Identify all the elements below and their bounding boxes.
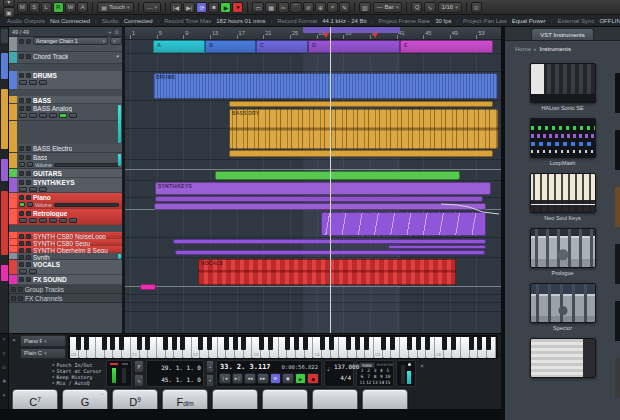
track-control-button[interactable] — [19, 269, 27, 274]
stop-button[interactable]: ■ — [208, 2, 219, 13]
track-solo-button[interactable] — [26, 180, 31, 185]
marker-button-12[interactable]: 12 — [366, 380, 371, 385]
wave-quantize-icon[interactable]: ∿ — [424, 2, 435, 13]
cycle-region-ruler[interactable] — [303, 27, 400, 33]
clip-bar[interactable] — [154, 203, 486, 210]
track-solo-button[interactable] — [26, 234, 31, 239]
zoom-menu-button[interactable]: ⊙ — [471, 2, 482, 13]
arranger-chain-dropdown[interactable]: Arranger Chain 1▾ — [33, 37, 108, 45]
marker-button-5[interactable]: 5 — [386, 368, 389, 373]
marker-button-7[interactable]: 7 — [367, 374, 370, 379]
automation-w-button[interactable]: W — [65, 2, 77, 13]
track-mute-button[interactable] — [19, 171, 24, 176]
black-key[interactable] — [425, 337, 430, 350]
track-mute-button[interactable] — [19, 234, 24, 239]
track-row-bass[interactable]: BASS — [9, 96, 122, 104]
edit-pencil-button[interactable]: ✎ — [134, 374, 144, 387]
black-key[interactable] — [224, 337, 229, 350]
split-tool[interactable]: ✂ — [278, 2, 289, 13]
object-selection-tool[interactable]: ▭ — [252, 2, 264, 13]
left-locator-value[interactable]: 29. 1. 1. 0 — [149, 364, 201, 371]
track-solo-button[interactable] — [26, 73, 31, 78]
track-mute-button[interactable] — [19, 248, 24, 253]
track-row-arranger-chain-1[interactable]: Arranger Chain 1▾▾ — [9, 37, 122, 52]
clip-bass-dry[interactable]: BASS DRY — [229, 109, 498, 149]
clip-vocals[interactable]: VOCALS — [198, 259, 456, 285]
locator-step-up-button[interactable]: ▴ — [206, 360, 214, 373]
automation-mode-dropdown[interactable]: ▤ Touch▾ — [97, 2, 133, 13]
black-key[interactable] — [416, 337, 421, 350]
glue-tool[interactable]: ⌒ — [290, 2, 302, 13]
black-key[interactable] — [346, 337, 351, 350]
locator-step-down-button[interactable]: ▾ — [206, 374, 214, 387]
black-key[interactable] — [320, 337, 325, 350]
record-enable-button[interactable] — [27, 202, 33, 207]
marker-button-14[interactable]: 14 — [379, 380, 384, 385]
black-key[interactable] — [259, 337, 264, 350]
marker-button-11[interactable]: 11 — [359, 380, 364, 385]
marker-button-15[interactable]: 15 — [385, 380, 390, 385]
black-key[interactable] — [110, 337, 115, 350]
automation-l-button[interactable]: L — [41, 2, 52, 13]
track-control-button[interactable] — [19, 80, 27, 85]
black-key[interactable] — [102, 337, 107, 350]
black-key[interactable] — [268, 337, 273, 350]
timeline-ruler[interactable]: 159131721252933374145495357 — [125, 27, 501, 40]
marker-button-13[interactable]: 13 — [372, 380, 377, 385]
project-cursor[interactable] — [330, 27, 331, 333]
track-control-button[interactable] — [29, 187, 37, 192]
go-to-next-marker-button[interactable]: ▶| — [183, 2, 195, 13]
mute-tool[interactable]: × — [327, 2, 338, 13]
project-setup-icon[interactable]: ▾ — [3, 0, 15, 7]
time-display[interactable]: 0:00:56.822 — [282, 364, 318, 370]
clip-bar[interactable] — [155, 196, 483, 202]
arranger-section-d[interactable]: D — [308, 40, 400, 53]
track-solo-button[interactable] — [26, 106, 31, 111]
black-key[interactable] — [486, 337, 491, 350]
option-mix-autoq[interactable]: ▪Mix / AutoQ — [52, 380, 104, 386]
level-fader[interactable] — [112, 368, 116, 383]
marker-button-3[interactable]: 3 — [374, 368, 377, 373]
track-control-button[interactable] — [29, 218, 37, 223]
marker-button-4[interactable]: 4 — [380, 368, 383, 373]
marker-button-10[interactable]: 10 — [385, 374, 390, 379]
black-key[interactable] — [172, 337, 177, 350]
record-button[interactable]: ● — [307, 373, 319, 384]
side-strip-icon[interactable]: ✱ — [2, 378, 6, 384]
track-solo-button[interactable] — [26, 277, 31, 282]
black-key[interactable] — [390, 337, 395, 350]
tab-vst-instruments[interactable]: VST Instruments — [531, 28, 594, 40]
cycle-button[interactable]: ⟳ — [196, 2, 207, 13]
black-key[interactable] — [145, 337, 150, 350]
stop-button[interactable]: ■ — [282, 373, 294, 384]
track-row-vocals[interactable]: VOCALS — [9, 260, 122, 275]
track-mute-button[interactable] — [11, 296, 16, 301]
track-solo-button[interactable] — [18, 296, 23, 301]
locators-display[interactable]: 29. 1. 1. 0 45. 1. 1. 0 — [146, 360, 204, 387]
track-row-fx-channels[interactable]: FX Channels — [9, 294, 122, 303]
track-control-button[interactable] — [59, 218, 67, 223]
track-control-button[interactable] — [19, 218, 27, 223]
time-signature-value[interactable]: 4/4 — [334, 374, 351, 381]
track-solo-button[interactable] — [26, 195, 31, 200]
side-strip-icon[interactable]: ⊙ — [2, 364, 6, 370]
monitor-button[interactable] — [19, 202, 25, 207]
forward-button[interactable]: ▶▶ — [257, 373, 269, 384]
track-mute-button[interactable] — [19, 180, 24, 185]
draw-tool[interactable]: ✎ — [339, 2, 350, 13]
mini-fader-module[interactable] — [106, 360, 132, 387]
track-row-synth[interactable]: Synth — [9, 253, 122, 260]
arranger-mute-button[interactable] — [19, 39, 24, 44]
black-key[interactable] — [469, 337, 474, 350]
right-locator-value[interactable]: 45. 1. 1. 0 — [149, 376, 201, 383]
zoom-tool[interactable]: ⊕ — [315, 2, 326, 13]
black-key[interactable] — [364, 337, 369, 350]
track-solo-button[interactable] — [26, 155, 31, 160]
track-control-button[interactable] — [29, 269, 37, 274]
clip-bar[interactable] — [229, 150, 493, 157]
track-solo-button[interactable] — [26, 255, 31, 260]
track-control-button[interactable] — [29, 113, 37, 118]
black-key[interactable] — [76, 337, 81, 350]
track-control-button[interactable] — [19, 113, 27, 118]
instrument-card-mystic[interactable] — [530, 338, 596, 387]
